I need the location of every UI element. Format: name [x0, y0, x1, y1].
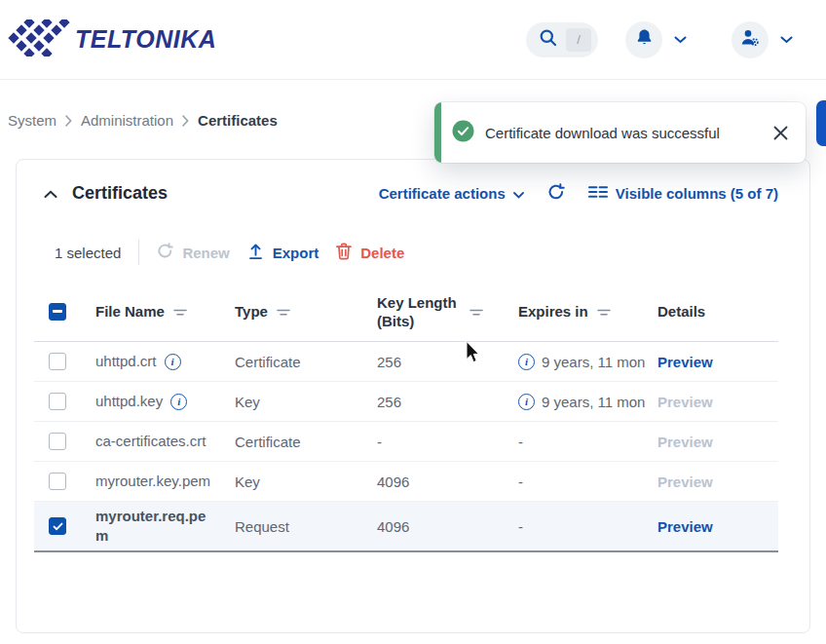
filter-icon[interactable]	[597, 303, 611, 320]
table-row: uhttpd.key i Key 256 i 9 years, 11 mon P…	[34, 382, 778, 422]
notifications-button[interactable]	[625, 21, 662, 58]
export-label: Export	[273, 245, 319, 261]
delete-button[interactable]: Delete	[336, 243, 404, 263]
refresh-icon	[547, 183, 565, 204]
refresh-button[interactable]	[547, 183, 565, 204]
certificate-actions-label: Certificate actions	[379, 185, 506, 202]
renew-button[interactable]: Renew	[157, 243, 229, 262]
preview-link-disabled: Preview	[657, 394, 713, 410]
top-bar: TELTONIKA /	[0, 0, 826, 80]
file-name: uhttpd.crt	[95, 352, 157, 371]
table-header-row: File Name Type Key Length (Bits) Expires…	[34, 282, 778, 342]
breadcrumb: System Administration Certificates	[8, 112, 278, 129]
upload-icon	[247, 243, 264, 263]
info-icon[interactable]: i	[518, 354, 535, 370]
expires-value: -	[518, 474, 523, 490]
user-menu-expand-button[interactable]	[774, 30, 799, 50]
chevron-up-icon	[44, 183, 57, 204]
renew-icon	[157, 243, 173, 262]
renew-label: Renew	[182, 245, 229, 261]
toast-close-icon[interactable]	[771, 124, 790, 142]
success-check-icon	[452, 120, 474, 146]
section-title: Certificates	[72, 183, 168, 204]
cert-type: Key	[235, 474, 377, 490]
table-row-selected: myrouter.req.pem Request 4096 - Preview	[34, 502, 778, 552]
info-icon[interactable]: i	[165, 354, 181, 370]
toast-accent-bar	[434, 102, 441, 163]
mouse-cursor	[466, 341, 483, 370]
chevron-down-icon	[513, 185, 524, 202]
trash-icon	[336, 243, 352, 263]
info-icon[interactable]: i	[170, 394, 187, 410]
expires-value: -	[518, 518, 523, 535]
preview-link-disabled: Preview	[657, 474, 713, 490]
selected-count: 1 selected	[55, 245, 121, 261]
key-length: 4096	[377, 518, 518, 535]
section-header: Certificates Certificate actions	[17, 160, 809, 204]
row-checkbox[interactable]	[49, 473, 66, 490]
search-shortcut-key: /	[566, 28, 591, 52]
toolbar-divider	[138, 240, 139, 265]
filter-icon[interactable]	[469, 303, 483, 320]
file-name: ca-certificates.crt	[95, 432, 206, 451]
key-length: 4096	[377, 474, 518, 490]
search-button[interactable]: /	[526, 22, 598, 57]
filter-icon[interactable]	[277, 303, 290, 320]
key-length: -	[377, 434, 518, 450]
selection-toolbar: 1 selected Renew Export	[55, 240, 809, 265]
breadcrumb-certificates: Certificates	[198, 112, 278, 129]
cert-type: Key	[235, 394, 377, 410]
breadcrumb-administration[interactable]: Administration	[81, 112, 173, 129]
toast-message: Certificate download was successful	[485, 125, 761, 141]
top-actions: /	[526, 21, 799, 58]
row-checkbox[interactable]	[49, 353, 66, 370]
filter-icon[interactable]	[173, 302, 187, 322]
notifications-expand-button[interactable]	[668, 30, 693, 50]
preview-link-disabled: Preview	[657, 434, 713, 450]
delete-label: Delete	[360, 245, 404, 261]
chevron-right-icon	[182, 115, 189, 127]
cert-type: Request	[235, 518, 377, 535]
teltonika-logo[interactable]: TELTONIKA	[8, 19, 216, 60]
expires-value: 9 years, 11 mon	[542, 354, 645, 370]
column-key-length: Key Length (Bits)	[377, 293, 461, 330]
columns-icon	[588, 185, 608, 202]
section-controls: Certificate actions	[379, 183, 778, 204]
key-length: 256	[377, 394, 518, 410]
visible-columns-label: Visible columns (5 of 7)	[616, 185, 778, 202]
cert-type: Certificate	[235, 354, 377, 370]
column-type: Type	[235, 303, 268, 320]
certificates-table: File Name Type Key Length (Bits) Expires…	[34, 282, 778, 552]
column-details: Details	[657, 303, 705, 320]
teltonika-logo-icon	[8, 19, 72, 60]
success-toast: Certificate download was successful	[434, 102, 806, 163]
file-name: myrouter.key.pem	[95, 472, 210, 491]
preview-link[interactable]: Preview	[657, 518, 713, 535]
chevron-right-icon	[65, 115, 72, 127]
certificates-section-toggle[interactable]: Certificates	[44, 183, 168, 204]
expires-value: 9 years, 11 mon	[542, 394, 645, 410]
visible-columns-button[interactable]: Visible columns (5 of 7)	[588, 185, 778, 202]
export-button[interactable]: Export	[247, 243, 319, 263]
column-expires-in: Expires in	[518, 303, 588, 320]
preview-link[interactable]: Preview	[657, 354, 713, 370]
bell-icon	[635, 28, 654, 51]
cert-type: Certificate	[235, 434, 377, 450]
row-checkbox[interactable]	[49, 433, 66, 450]
teltonika-logo-text: TELTONIKA	[75, 25, 216, 54]
side-panel-tab[interactable]	[816, 100, 826, 146]
column-file-name: File Name	[95, 302, 165, 322]
user-menu-button[interactable]	[732, 21, 769, 58]
breadcrumb-system[interactable]: System	[8, 112, 56, 129]
select-all-checkbox[interactable]	[49, 303, 66, 321]
table-row: uhttpd.crt i Certificate 256 i 9 years, …	[34, 342, 778, 382]
certificates-card: Certificates Certificate actions	[16, 159, 810, 633]
row-checkbox[interactable]	[49, 393, 66, 410]
search-icon	[539, 28, 558, 52]
file-name: myrouter.req.pem	[95, 507, 212, 546]
user-gear-icon	[740, 28, 760, 52]
info-icon[interactable]: i	[518, 394, 535, 410]
certificate-actions-dropdown[interactable]: Certificate actions	[379, 185, 524, 202]
row-checkbox-checked[interactable]	[49, 517, 66, 535]
table-row: ca-certificates.crt Certificate - - Prev…	[34, 422, 778, 462]
